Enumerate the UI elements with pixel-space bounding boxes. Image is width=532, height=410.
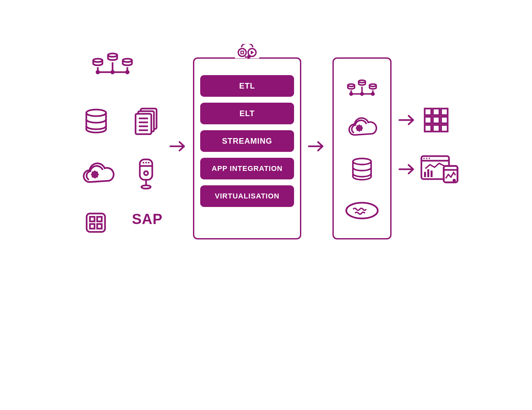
grid-apps-icon bbox=[423, 107, 450, 133]
arrow-targets-to-dashboard bbox=[398, 162, 416, 176]
svg-line-66 bbox=[361, 130, 362, 131]
svg-point-57 bbox=[361, 93, 363, 95]
pill-streaming: STREAMING bbox=[200, 130, 294, 152]
svg-point-10 bbox=[86, 110, 106, 116]
pill-etl: ETL bbox=[200, 75, 294, 97]
database-icon bbox=[83, 108, 109, 138]
svg-point-60 bbox=[358, 127, 360, 129]
svg-point-50 bbox=[359, 80, 366, 83]
svg-point-9 bbox=[126, 71, 129, 73]
svg-point-58 bbox=[372, 93, 374, 95]
svg-line-27 bbox=[97, 172, 98, 173]
pill-elt: ELT bbox=[200, 103, 294, 124]
svg-rect-78 bbox=[441, 117, 448, 123]
svg-point-85 bbox=[426, 158, 427, 159]
pill-app-integration: APP INTEGRATION bbox=[200, 158, 294, 179]
svg-point-7 bbox=[96, 71, 99, 73]
svg-point-0 bbox=[93, 59, 102, 62]
svg-rect-73 bbox=[425, 109, 431, 115]
arrow-targets-to-grid bbox=[398, 113, 416, 127]
cloud-gear-icon bbox=[346, 115, 378, 141]
svg-point-49 bbox=[348, 84, 355, 87]
svg-rect-74 bbox=[433, 109, 439, 115]
svg-line-24 bbox=[92, 172, 93, 173]
svg-point-56 bbox=[350, 93, 352, 95]
targets-panel bbox=[332, 57, 392, 239]
svg-point-8 bbox=[111, 71, 114, 73]
arrow-sources-to-center bbox=[169, 139, 187, 153]
cluster-database-icon bbox=[344, 76, 380, 99]
svg-rect-40 bbox=[97, 224, 102, 229]
database-icon bbox=[350, 157, 374, 185]
arrow-center-to-targets bbox=[308, 139, 326, 153]
data-lake-icon bbox=[344, 201, 380, 220]
svg-rect-13 bbox=[136, 114, 151, 134]
svg-line-65 bbox=[357, 126, 358, 127]
integration-panel: ETL ELT STREAMING APP INTEGRATION VIRTUA… bbox=[193, 57, 301, 239]
data-exchange-icon bbox=[235, 44, 259, 62]
svg-line-68 bbox=[361, 126, 362, 127]
svg-point-51 bbox=[370, 84, 376, 87]
svg-rect-80 bbox=[433, 125, 439, 132]
svg-point-35 bbox=[148, 162, 150, 164]
cloud-gear-icon bbox=[80, 161, 116, 189]
svg-rect-75 bbox=[441, 109, 448, 115]
files-icon bbox=[132, 107, 160, 138]
svg-point-34 bbox=[145, 162, 147, 164]
pill-virtualisation: VIRTUALISATION bbox=[200, 185, 294, 207]
svg-point-84 bbox=[423, 158, 425, 159]
svg-point-69 bbox=[353, 158, 371, 165]
svg-point-2 bbox=[123, 59, 132, 62]
svg-line-26 bbox=[92, 176, 93, 177]
svg-rect-39 bbox=[90, 224, 95, 229]
server-icon bbox=[137, 157, 155, 190]
diagram-canvas: SAP ETL ELT STREAMING APP INTEGRATION VI… bbox=[63, 0, 469, 312]
svg-line-67 bbox=[357, 130, 358, 131]
cluster-database-icon bbox=[88, 49, 137, 79]
svg-rect-81 bbox=[441, 125, 448, 132]
svg-point-32 bbox=[144, 171, 148, 175]
svg-point-19 bbox=[94, 174, 96, 175]
svg-point-93 bbox=[453, 179, 456, 182]
svg-rect-77 bbox=[433, 117, 439, 123]
svg-point-70 bbox=[346, 203, 378, 218]
svg-point-31 bbox=[141, 185, 151, 189]
svg-rect-76 bbox=[425, 117, 431, 123]
svg-rect-87 bbox=[424, 172, 426, 177]
dashboard-chart-icon bbox=[419, 154, 459, 185]
svg-point-86 bbox=[429, 158, 430, 159]
svg-rect-37 bbox=[90, 217, 95, 221]
svg-point-43 bbox=[238, 49, 246, 56]
svg-rect-89 bbox=[431, 171, 433, 177]
svg-point-33 bbox=[143, 162, 144, 164]
app-grid-icon bbox=[85, 212, 107, 234]
sap-label: SAP bbox=[132, 211, 162, 227]
svg-rect-79 bbox=[425, 125, 431, 132]
svg-rect-88 bbox=[427, 169, 429, 177]
svg-line-25 bbox=[97, 176, 98, 177]
svg-point-1 bbox=[108, 53, 117, 57]
svg-rect-38 bbox=[97, 217, 102, 221]
